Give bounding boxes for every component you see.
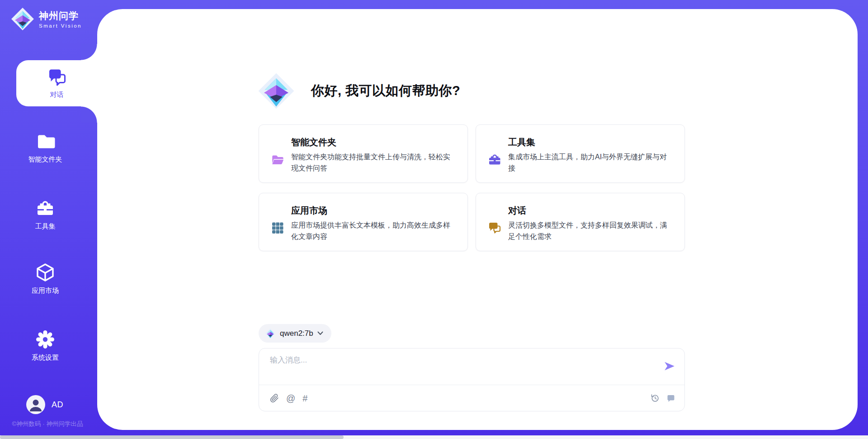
model-selector[interactable]: qwen2:7b (259, 324, 331, 343)
attachment-button[interactable] (270, 394, 279, 403)
message-input[interactable] (270, 355, 650, 382)
card-title: 对话 (508, 204, 674, 217)
app-name: 神州问学 (39, 10, 82, 22)
sidebar-item-label: 对话 (50, 91, 64, 99)
avatar (26, 395, 45, 414)
card-description: 灵活切换多模型文件，支持多样回复效果调试，满足个性化需求 (508, 220, 674, 242)
sidebar-item-label: 智能文件夹 (28, 155, 62, 164)
cube-icon (35, 262, 55, 282)
app-window: 神州问学 Smart Vision 对话 智能文件夹 (0, 0, 868, 439)
card-title: 工具集 (508, 136, 674, 148)
selected-model-name: qwen2:7b (280, 329, 313, 338)
toolbox-icon (488, 137, 501, 182)
card-chat[interactable]: 对话 灵活切换多模型文件，支持多样回复效果调试，满足个性化需求 (476, 193, 685, 251)
sidebar-item-label: 系统设置 (32, 353, 59, 362)
diamond-logo-icon (258, 72, 295, 110)
card-app-market[interactable]: 应用市场 应用市场提供丰富长文本模板，助力高效生成多样化文章内容 (259, 193, 468, 251)
send-icon[interactable] (664, 360, 675, 372)
folder-icon (35, 131, 55, 151)
history-button[interactable] (650, 393, 660, 403)
sidebar-item-smart-folder[interactable]: 智能文件夹 (0, 131, 90, 164)
paperclip-icon (270, 394, 279, 403)
feedback-button[interactable] (666, 394, 675, 403)
card-description: 集成市场上主流工具，助力AI与外界无缝扩展与对接 (508, 151, 674, 174)
sidebar: 神州问学 Smart Vision 对话 智能文件夹 (0, 0, 97, 439)
horizontal-scrollbar-track (0, 435, 868, 439)
user-initials: AD (52, 400, 63, 410)
history-icon (650, 393, 660, 403)
welcome-header: 你好, 我可以如何帮助你? (258, 72, 460, 110)
toolbox-icon (35, 198, 55, 218)
gear-icon (35, 329, 55, 349)
main-panel: 你好, 我可以如何帮助你? 智能文件夹 智能文件夹功能支持批量文件上传与清洗，轻… (97, 9, 858, 430)
composer-toolbar: @ # (259, 385, 684, 411)
user-profile[interactable]: AD (26, 395, 63, 414)
chat-icon (488, 205, 501, 251)
chat-icon (47, 67, 67, 87)
card-title: 应用市场 (291, 204, 457, 217)
chevron-down-icon (317, 331, 323, 335)
diamond-logo-icon (11, 7, 34, 31)
sidebar-item-label: 工具集 (35, 222, 56, 231)
card-description: 智能文件夹功能支持批量文件上传与清洗，轻松实现文件问答 (291, 151, 457, 174)
sidebar-item-toolset[interactable]: 工具集 (0, 198, 90, 231)
app-tagline: Smart Vision (39, 23, 82, 29)
copyright-text: ©神州数码 · 神州问学出品 (0, 420, 95, 428)
card-smart-folder[interactable]: 智能文件夹 智能文件夹功能支持批量文件上传与清洗，轻松实现文件问答 (259, 124, 468, 183)
sidebar-item-settings[interactable]: 系统设置 (0, 329, 90, 362)
chat-bubble-icon (666, 394, 675, 403)
hashtag-button[interactable]: # (302, 394, 307, 403)
open-folder-icon (271, 137, 284, 182)
app-logo: 神州问学 Smart Vision (11, 7, 82, 31)
mention-button[interactable]: @ (286, 394, 295, 403)
sidebar-item-chat[interactable]: 对话 (16, 60, 97, 106)
grid-icon (271, 205, 284, 251)
sidebar-item-label: 应用市场 (32, 286, 59, 295)
sidebar-item-app-market[interactable]: 应用市场 (0, 262, 90, 295)
feature-cards: 智能文件夹 智能文件夹功能支持批量文件上传与清洗，轻松实现文件问答 工具集 集成… (259, 124, 685, 251)
card-title: 智能文件夹 (291, 136, 457, 148)
greeting-title: 你好, 我可以如何帮助你? (311, 82, 460, 100)
card-toolset[interactable]: 工具集 集成市场上主流工具，助力AI与外界无缝扩展与对接 (476, 124, 685, 183)
diamond-logo-icon (265, 328, 276, 339)
horizontal-scrollbar-thumb[interactable] (0, 435, 344, 439)
card-description: 应用市场提供丰富长文本模板，助力高效生成多样化文章内容 (291, 220, 457, 242)
message-composer: @ # (259, 348, 685, 411)
